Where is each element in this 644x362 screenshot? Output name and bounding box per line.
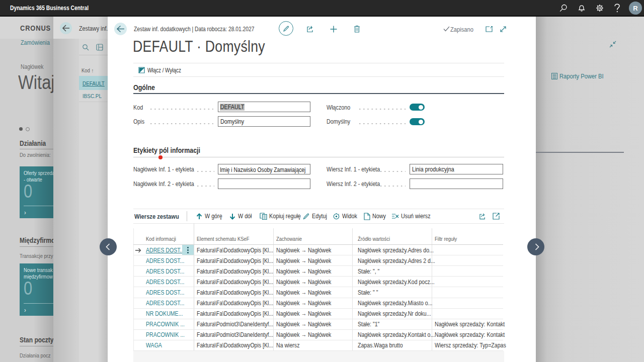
svg-text:R: R [633, 5, 638, 12]
